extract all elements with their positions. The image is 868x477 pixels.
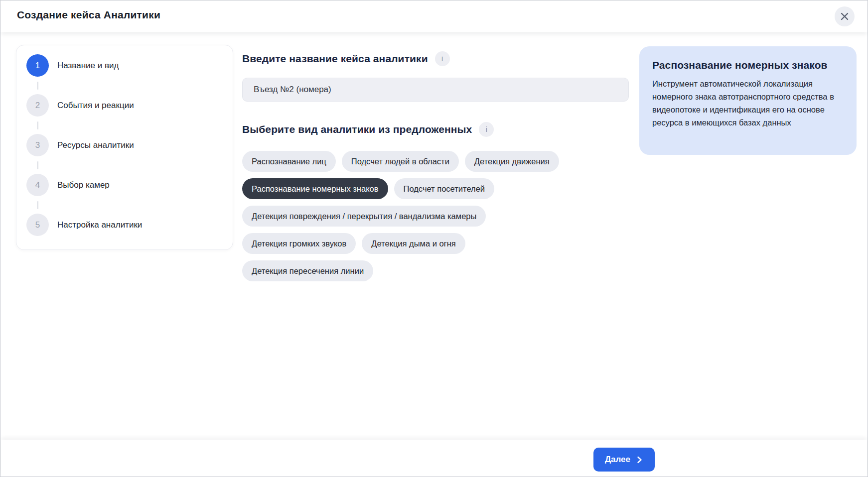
- chip-row: Детекция громких звуковДетекция дыма и о…: [242, 233, 636, 254]
- stepper-step-1[interactable]: 1Название и вид: [26, 54, 233, 77]
- chip-row: Детекция пересечения линии: [242, 260, 636, 281]
- analytics-type-chip[interactable]: Подсчет посетителей: [394, 178, 495, 199]
- case-name-input[interactable]: [242, 78, 629, 102]
- next-button-label: Далее: [605, 455, 630, 465]
- next-button[interactable]: Далее: [593, 448, 655, 472]
- analytics-type-chip[interactable]: Детекция движения: [465, 151, 559, 172]
- analytics-type-chip[interactable]: Детекция громких звуков: [242, 233, 356, 254]
- step-connector-line: [37, 82, 38, 90]
- close-button[interactable]: [835, 6, 855, 26]
- step-number-badge: 2: [26, 94, 49, 117]
- close-icon: [840, 12, 849, 21]
- create-analytics-case-dialog: Создание кейса Аналитики 1Название и вид…: [0, 0, 868, 477]
- step-label: Выбор камер: [57, 180, 110, 190]
- analytics-type-chip[interactable]: Детекция повреждения / перекрытия / ванд…: [242, 206, 486, 227]
- info-icon[interactable]: i: [435, 51, 450, 66]
- analytics-info-panel: Распознавание номерных знаков Инструмент…: [639, 46, 857, 155]
- stepper-panel: 1Название и вид2События и реакции3Ресурс…: [16, 45, 233, 250]
- step-connector-line: [37, 161, 38, 169]
- chip-row: Детекция повреждения / перекрытия / ванд…: [242, 206, 636, 227]
- step-number-badge: 1: [26, 54, 49, 77]
- analytics-type-chips: Распознавание лицПодсчет людей в области…: [242, 151, 636, 288]
- step-label: События и реакции: [57, 101, 134, 111]
- step-label: Ресурсы аналитики: [57, 140, 134, 150]
- chip-row: Распознавание номерных знаковПодсчет пос…: [242, 178, 636, 199]
- analytics-type-chip[interactable]: Подсчет людей в области: [342, 151, 459, 172]
- stepper-step-3[interactable]: 3Ресурсы аналитики: [26, 134, 233, 156]
- step-number-badge: 5: [26, 214, 49, 236]
- dialog-header: Создание кейса Аналитики: [0, 0, 868, 32]
- name-section-heading: Введите название кейса аналитики i: [242, 51, 450, 66]
- step-number-badge: 3: [26, 134, 49, 156]
- step-connector-line: [37, 201, 38, 209]
- chevron-right-icon: [636, 456, 643, 464]
- info-panel-title: Распознавание номерных знаков: [652, 58, 844, 72]
- step-connector-line: [37, 121, 38, 129]
- step-label: Настройка аналитики: [57, 220, 142, 230]
- dialog-title: Создание кейса Аналитики: [17, 9, 160, 21]
- info-panel-description: Инструмент автоматической локализация но…: [652, 77, 844, 129]
- analytics-type-chip[interactable]: Детекция дыма и огня: [362, 233, 465, 254]
- analytics-type-chip[interactable]: Детекция пересечения линии: [242, 260, 373, 281]
- info-icon[interactable]: i: [479, 122, 494, 137]
- stepper-step-4[interactable]: 4Выбор камер: [26, 174, 233, 196]
- step-number-badge: 4: [26, 174, 49, 196]
- name-heading-text: Введите название кейса аналитики: [242, 53, 428, 65]
- chip-row: Распознавание лицПодсчет людей в области…: [242, 151, 636, 172]
- step-label: Название и вид: [57, 61, 119, 71]
- type-section-heading: Выберите вид аналитики из предложенных i: [242, 122, 494, 137]
- analytics-type-chip[interactable]: Распознавание лиц: [242, 151, 336, 172]
- analytics-type-chip[interactable]: Распознавание номерных знаков: [242, 178, 388, 199]
- dialog-footer: Далее: [1, 440, 867, 476]
- stepper-step-2[interactable]: 2События и реакции: [26, 94, 233, 117]
- stepper-step-5[interactable]: 5Настройка аналитики: [26, 214, 233, 236]
- type-heading-text: Выберите вид аналитики из предложенных: [242, 123, 472, 135]
